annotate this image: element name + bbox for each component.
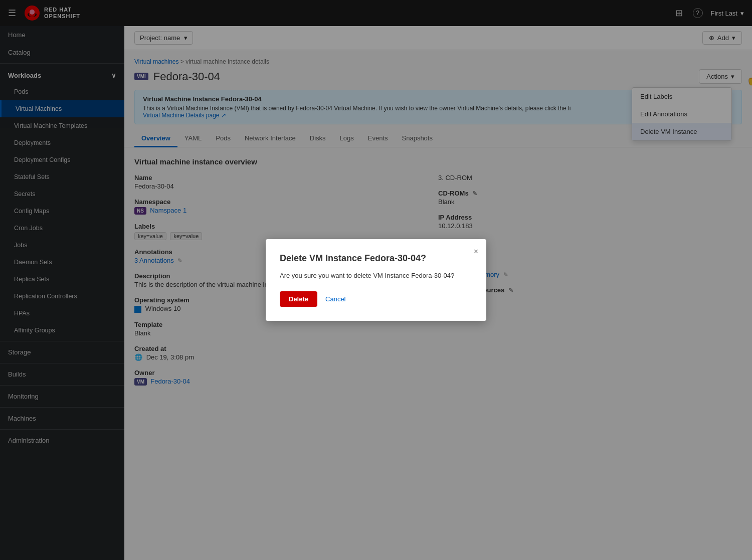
modal-close-button[interactable]: ×	[474, 247, 478, 256]
modal-body: Are you sure you want to delete VM Insta…	[280, 272, 472, 279]
delete-modal: Delete VM Instance Fedora-30-04? × Are y…	[266, 239, 486, 321]
modal-delete-button[interactable]: Delete	[280, 291, 317, 307]
modal-title: Delete VM Instance Fedora-30-04?	[280, 253, 472, 264]
modal-overlay[interactable]: Delete VM Instance Fedora-30-04? × Are y…	[0, 0, 752, 560]
modal-cancel-button[interactable]: Cancel	[323, 291, 347, 307]
modal-footer: Delete Cancel	[280, 291, 472, 307]
